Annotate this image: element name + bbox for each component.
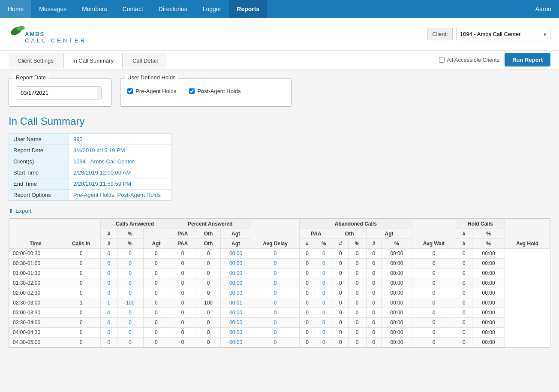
table-cell: 02:30-03:00 xyxy=(9,298,62,308)
table-cell: 0 xyxy=(412,318,456,328)
table-cell: 0 xyxy=(348,318,366,328)
table-cell: 0 xyxy=(315,298,333,308)
info-value: 1094 - Ambs Call Center xyxy=(69,156,171,167)
table-cell: 0 xyxy=(456,298,472,308)
table-cell: 0 xyxy=(300,338,315,347)
table-cell: 0 xyxy=(333,278,348,288)
report-date-input[interactable] xyxy=(16,87,97,99)
client-select-wrap: 1094 - Ambs Call Center xyxy=(456,28,550,40)
info-table-row: End Time2/28/2019 11:59:59 PM xyxy=(9,178,171,190)
pre-agent-holds-checkbox[interactable] xyxy=(127,88,133,94)
table-row: 01:00-01:3000000000:0000000000:000000:00 xyxy=(9,268,550,278)
table-cell: 04:00-04:30 xyxy=(9,328,62,338)
th-abandoned-calls-group: Abandoned Calls xyxy=(300,219,412,229)
table-cell: 0 xyxy=(300,318,315,328)
table-cell: 00:00 xyxy=(221,338,251,347)
client-dropdown[interactable]: 1094 - Ambs Call Center xyxy=(456,28,550,40)
pre-agent-holds-check[interactable]: Pre-Agent Holds xyxy=(127,88,176,94)
th-hold-hash: # xyxy=(456,229,472,239)
table-cell: 0 xyxy=(412,328,456,338)
table-cell: 00:00 xyxy=(221,249,251,259)
table-cell: 0 xyxy=(412,288,456,298)
run-report-area: All Accessible Clients Run Report xyxy=(439,53,550,66)
tab-in-call-summary[interactable]: In Call Summary xyxy=(63,53,123,68)
ambs-logo: AMBS CALL CENTER xyxy=(9,22,103,46)
table-cell: 1 xyxy=(101,298,117,308)
th-pct-agt: Agt xyxy=(221,229,251,239)
table-cell: 0 xyxy=(315,338,333,347)
table-cell: 0 xyxy=(169,328,196,338)
post-agent-holds-label: Post-Agent Holds xyxy=(197,88,240,94)
table-cell: 0 xyxy=(333,268,348,278)
table-cell: 0 xyxy=(169,318,196,328)
table-cell: 0 xyxy=(456,328,472,338)
th-ab-agt-hash: # xyxy=(366,239,382,249)
table-cell: 0 xyxy=(117,249,143,259)
table-cell: 0 xyxy=(196,259,221,268)
nav-home[interactable]: Home xyxy=(0,0,31,18)
th-ab-oth: Oth xyxy=(333,229,366,239)
table-cell: 0 xyxy=(412,308,456,318)
table-cell: 0 xyxy=(251,328,300,338)
info-table-row: Client(s)1094 - Ambs Call Center xyxy=(9,156,171,167)
svg-text:AMBS: AMBS xyxy=(25,31,45,37)
table-cell: 0 xyxy=(333,308,348,318)
th-ans-hash: # xyxy=(101,229,117,239)
table-cell: 0 xyxy=(169,298,196,308)
table-cell: 0 xyxy=(412,338,456,347)
table-cell: 0 xyxy=(366,318,382,328)
info-value: 2/28/2019 12:00:00 AM xyxy=(69,167,171,178)
form-row: Report Date 📅 User Defined Holds Pre-Age… xyxy=(9,78,550,107)
calendar-button[interactable]: 📅 xyxy=(97,87,102,99)
th-ab-oth-hash: # xyxy=(333,239,348,249)
table-row: 04:00-04:3000000000:0000000000:000000:00 xyxy=(9,328,550,338)
th-calls-answered-group: Calls Answered xyxy=(101,219,169,229)
table-cell: 0 xyxy=(412,298,456,308)
table-cell: 0 xyxy=(300,328,315,338)
info-label: Report Options xyxy=(9,190,69,201)
nav-messages[interactable]: Messages xyxy=(31,0,74,18)
table-cell: 0 xyxy=(62,318,100,328)
table-cell: 0 xyxy=(251,318,300,328)
post-agent-holds-checkbox[interactable] xyxy=(189,88,195,94)
export-link[interactable]: ⬆ Export xyxy=(9,208,32,214)
table-cell: 0 xyxy=(348,259,366,268)
user-defined-holds-fieldset: User Defined Holds Pre-Agent Holds Post-… xyxy=(120,78,292,107)
info-label: Report Date xyxy=(9,145,69,156)
th-callsin: Calls In xyxy=(62,219,100,249)
table-cell: 0 xyxy=(333,298,348,308)
data-table-wrap: Time Calls In Calls Answered Percent Ans… xyxy=(9,218,550,348)
logo-area: AMBS CALL CENTER xyxy=(9,22,103,46)
table-cell: 0 xyxy=(456,268,472,278)
nav-members[interactable]: Members xyxy=(74,0,114,18)
date-input-wrap: 📅 xyxy=(16,86,102,100)
tab-call-detail[interactable]: Call Detail xyxy=(123,53,167,68)
info-label: Client(s) xyxy=(9,156,69,167)
pre-agent-holds-label: Pre-Agent Holds xyxy=(135,88,176,94)
nav-directories[interactable]: Directories xyxy=(151,0,195,18)
table-cell: 0 xyxy=(169,308,196,318)
table-cell: 0 xyxy=(348,328,366,338)
nav-logger[interactable]: Logger xyxy=(195,0,229,18)
table-cell: 0 xyxy=(456,278,472,288)
info-label: Start Time xyxy=(9,167,69,178)
table-cell: 0 xyxy=(456,318,472,328)
table-cell: 0 xyxy=(62,288,100,298)
table-cell: 00:00 xyxy=(472,328,505,338)
table-cell: 0 xyxy=(348,249,366,259)
table-cell: 0 xyxy=(169,338,196,347)
tab-client-settings[interactable]: Client Settings xyxy=(9,53,63,68)
table-row: 03:00-03:3000000000:0000000000:000000:00 xyxy=(9,308,550,318)
all-clients-checkbox[interactable] xyxy=(439,57,445,63)
table-cell: 0 xyxy=(169,249,196,259)
table-cell: 100 xyxy=(196,298,221,308)
nav-reports[interactable]: Reports xyxy=(229,0,267,18)
run-report-button[interactable]: Run Report xyxy=(505,53,550,66)
table-cell: 00:30-01:00 xyxy=(9,259,62,268)
info-table-row: User Name993 xyxy=(9,134,171,145)
nav-contact[interactable]: Contact xyxy=(115,0,151,18)
post-agent-holds-check[interactable]: Post-Agent Holds xyxy=(189,88,240,94)
all-clients-check[interactable]: All Accessible Clients xyxy=(439,57,499,63)
table-cell: 0 xyxy=(333,328,348,338)
th-ab-oth-pct: % xyxy=(348,239,366,249)
